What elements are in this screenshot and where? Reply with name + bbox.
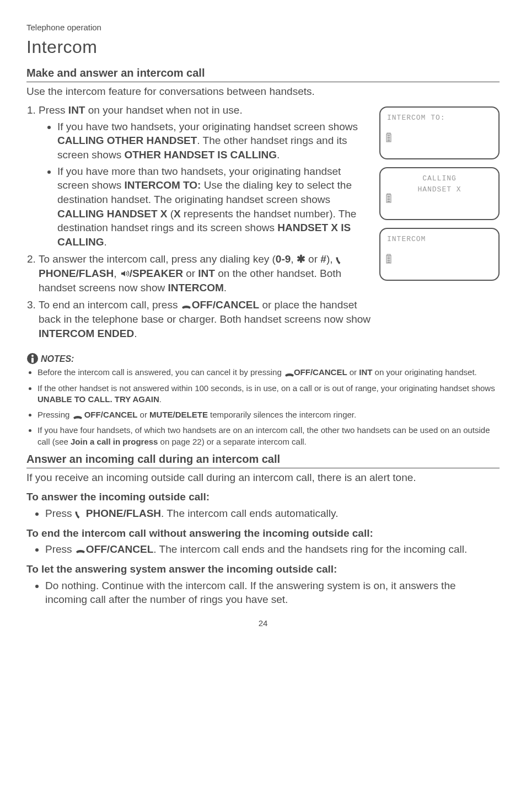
key-cancel: CANCEL xyxy=(110,543,153,555)
text: Pressing xyxy=(37,410,72,419)
text: To end an intercom call, press xyxy=(39,299,181,311)
text: If the other handset is not answered wit… xyxy=(37,383,495,393)
key-off: OFF/ xyxy=(86,543,110,555)
key-cancel: CANCEL xyxy=(216,299,259,311)
bullet-end-intercom: Press OFF/CANCEL. The intercom call ends… xyxy=(45,542,500,557)
text: . The intercom call ends and the handset… xyxy=(153,543,467,555)
key-mute: MUTE/ xyxy=(149,410,175,419)
text: on page 22) or a separate intercom call. xyxy=(158,437,306,446)
xref: Join a call in progress xyxy=(71,437,158,446)
handset-screen-intercom-to: INTERCOM TO: xyxy=(379,106,500,159)
note-1: Before the intercom call is answered, yo… xyxy=(37,367,500,378)
screen-text: CALLING HANDSET X xyxy=(57,208,168,220)
heading-let-answering: To let the answering system answer the i… xyxy=(26,562,500,576)
text: To answer the intercom call, press any d… xyxy=(39,253,276,265)
step1-bullet2: If you have more than two handsets, your… xyxy=(57,164,374,249)
screen-line1: INTERCOM TO: xyxy=(387,113,492,123)
text: or xyxy=(137,410,149,419)
note-2: If the other handset is not answered wit… xyxy=(37,383,500,405)
text: . xyxy=(224,282,227,293)
text: . xyxy=(134,328,137,339)
key-off: OFF/ xyxy=(192,299,216,311)
text: If you have two handsets, your originati… xyxy=(57,121,358,132)
key-off-cancel: OFF/CANCEL xyxy=(294,367,347,377)
text: on your originating handset. xyxy=(372,367,476,377)
key-phone: PHONE/ xyxy=(39,268,79,279)
screen-text: INTERCOM ENDED xyxy=(39,328,134,339)
step-1: Press INT on your handset when not in us… xyxy=(39,103,374,249)
heading-answer-outside: To answer the incoming outside call: xyxy=(26,490,500,504)
phone-down-icon xyxy=(72,413,82,419)
key-flash: FLASH xyxy=(79,268,114,279)
screen-text: OTHER HANDSET IS CALLING xyxy=(124,149,277,161)
screen-text: INTERCOM TO: xyxy=(124,179,201,191)
speaker-icon xyxy=(120,269,130,279)
text: ), xyxy=(326,253,336,265)
key-cancel: CANCEL xyxy=(103,410,138,419)
phone-up-icon xyxy=(336,254,347,264)
screen-line1: INTERCOM xyxy=(387,234,492,244)
heading-end-intercom: To end the intercom call without answeri… xyxy=(26,526,500,541)
handset-screen-intercom: INTERCOM xyxy=(379,228,500,281)
battery-icon xyxy=(386,132,391,143)
key-int: INT xyxy=(68,104,85,116)
screen-text: CALLING OTHER HANDSET xyxy=(57,135,197,146)
text: ( xyxy=(168,208,174,220)
phone-down-icon xyxy=(75,547,86,554)
phone-down-icon xyxy=(181,302,192,310)
battery-icon xyxy=(386,253,391,264)
text: . xyxy=(159,394,162,404)
key-int: INT xyxy=(198,268,215,279)
text: or xyxy=(347,367,359,377)
key-speaker: /SPEAKER xyxy=(130,268,183,279)
keys-0-9: 0-9 xyxy=(276,253,291,265)
text: or xyxy=(183,268,198,279)
section-make-answer-heading: Make and answer an intercom call xyxy=(26,66,500,82)
page-number: 24 xyxy=(26,618,500,629)
key-asterisk: ✱ xyxy=(297,253,305,265)
note-4: If you have four handsets, of which two … xyxy=(37,425,500,447)
text: or xyxy=(305,253,320,265)
key-flash: FLASH xyxy=(126,507,161,519)
notes-heading: NOTES: xyxy=(41,353,74,365)
handset-screen-calling: CALLING HANDSET X xyxy=(379,167,500,220)
screen-text: INTERCOM xyxy=(168,282,223,293)
var-x: X xyxy=(174,208,181,220)
text: , xyxy=(291,253,297,265)
bullet-let-answering: Do nothing. Continue with the intercom c… xyxy=(45,579,500,607)
key-phone: PHONE/ xyxy=(86,507,126,519)
key-hash: # xyxy=(320,253,326,265)
text: temporarily silences the intercom ringer… xyxy=(208,410,356,419)
text: on your handset when not in use. xyxy=(85,104,242,116)
section-answer-incoming-heading: Answer an incoming call during an interc… xyxy=(26,452,500,468)
screen-text: UNABLE TO CALL. TRY AGAIN xyxy=(37,394,159,404)
page-title: Intercom xyxy=(26,35,500,59)
section2-intro: If you receive an incoming outside call … xyxy=(26,471,500,485)
text: Press xyxy=(45,507,75,519)
text: Press xyxy=(45,543,75,555)
key-delete: DELETE xyxy=(175,410,208,419)
battery-icon xyxy=(386,193,391,204)
step1-bullet1: If you have two handsets, your originati… xyxy=(57,120,374,162)
step-3: To end an intercom call, press OFF/CANCE… xyxy=(39,298,374,340)
bullet-answer-outside: Press PHONE/FLASH. The intercom call end… xyxy=(45,506,500,521)
key-int: INT xyxy=(359,367,372,377)
text: . xyxy=(277,149,280,161)
phone-up-icon xyxy=(75,509,86,519)
screen-line1: CALLING xyxy=(387,174,492,184)
text: , xyxy=(114,268,120,279)
section1-intro: Use the intercom feature for conversatio… xyxy=(26,84,500,99)
phone-down-icon xyxy=(284,370,294,377)
text: Before the intercom call is answered, yo… xyxy=(37,367,284,377)
note-3: Pressing OFF/CANCEL or MUTE/DELETE tempo… xyxy=(37,409,500,420)
running-header: Telephone operation xyxy=(26,22,500,33)
step-2: To answer the intercom call, press any d… xyxy=(39,252,374,295)
text: . The intercom call ends automatically. xyxy=(161,507,338,519)
text: Press xyxy=(39,104,68,116)
info-icon xyxy=(26,352,39,365)
key-off: OFF/ xyxy=(84,410,103,419)
text: . xyxy=(104,236,106,248)
screen-line2: HANDSET X xyxy=(387,185,492,195)
